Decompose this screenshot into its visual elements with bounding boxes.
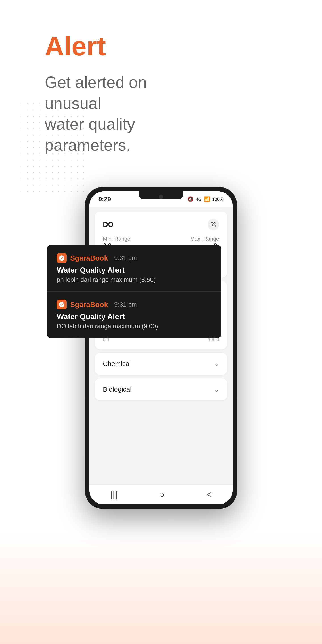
nav-back-icon[interactable]: ||| [110, 490, 118, 500]
phone-screen: 9:29 🔇 4G 📶 100% DO [90, 192, 232, 504]
notification-body: DO lebih dari range maximum (9.00) [57, 323, 212, 330]
notification-body: ph lebih dari range maximum (8.50) [57, 276, 212, 283]
phone-frame: 9:29 🔇 4G 📶 100% DO [85, 187, 237, 509]
biological-chevron-icon: ⌄ [214, 386, 219, 393]
notification-panel: SgaraBook 9:31 pm Water Quality Alert ph… [47, 245, 222, 338]
nav-recent-icon[interactable]: < [206, 490, 212, 500]
bottom-gradient [0, 532, 322, 644]
notification-header: SgaraBook 9:31 pm [57, 253, 212, 263]
nav-home-icon[interactable]: ○ [159, 490, 164, 500]
app-name: SgaraBook [70, 300, 108, 309]
phone-camera [159, 194, 163, 199]
page-wrapper: Alert Get alerted on unusual water quali… [0, 0, 322, 644]
notification-time: 9:31 pm [114, 254, 137, 262]
biological-label: Biological [103, 386, 132, 393]
signal-icon: 4G [196, 197, 202, 202]
page-title: Alert [45, 31, 277, 61]
chemical-label: Chemical [103, 360, 131, 368]
notification-title: Water Quality Alert [57, 312, 212, 321]
do-edit-button[interactable] [208, 219, 219, 230]
battery-icon: 100% [212, 197, 224, 202]
mute-icon: 🔇 [188, 196, 194, 202]
do-param-title: DO [103, 220, 114, 229]
app-icon [57, 300, 67, 310]
biological-dropdown[interactable]: Biological ⌄ [95, 378, 227, 400]
status-time: 9:29 [98, 196, 111, 203]
status-icons: 🔇 4G 📶 100% [188, 196, 224, 202]
notification-header: SgaraBook 9:31 pm [57, 300, 212, 310]
notification-time: 9:31 pm [114, 301, 137, 308]
notification-item: SgaraBook 9:31 pm Water Quality Alert DO… [47, 292, 222, 338]
param-header: DO [103, 219, 219, 230]
do-max-label: Max. Range [190, 236, 219, 242]
app-icon [57, 253, 67, 263]
phone-section: SgaraBook 9:31 pm Water Quality Alert ph… [0, 174, 322, 576]
wifi-icon: 📶 [204, 196, 210, 202]
notification-title: Water Quality Alert [57, 266, 212, 274]
nav-bar: ||| ○ < [90, 484, 232, 504]
do-min-label: Min. Range [103, 236, 130, 242]
chemical-dropdown[interactable]: Chemical ⌄ [95, 353, 227, 375]
app-name: SgaraBook [70, 254, 108, 262]
notification-item: SgaraBook 9:31 pm Water Quality Alert ph… [47, 245, 222, 292]
chemical-chevron-icon: ⌄ [214, 360, 219, 368]
